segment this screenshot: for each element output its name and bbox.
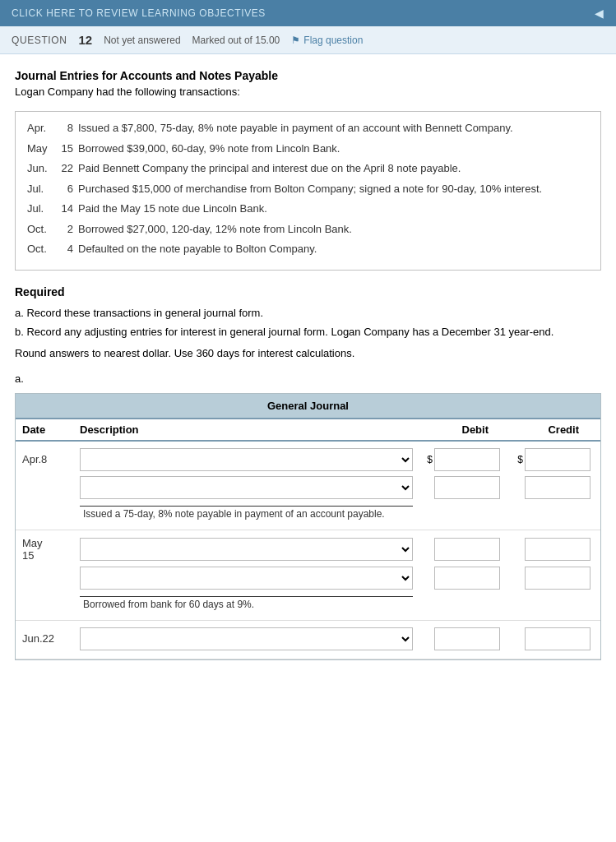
status-badge: Not yet answered bbox=[104, 35, 180, 46]
question-number: 12 bbox=[78, 33, 92, 47]
journal-entry-jun22: Jun.22 bbox=[16, 621, 600, 659]
journal-entry-may15: May 15 bbox=[16, 530, 600, 621]
table-row: Jun.22 bbox=[22, 627, 594, 650]
question-subtitle: Logan Company had the following transact… bbox=[15, 86, 601, 98]
credit-empty-jun22-row1 bbox=[525, 627, 591, 650]
entry-date-jun22: Jun.22 bbox=[22, 632, 80, 645]
credit-cell-apr8-row1: $ bbox=[503, 448, 594, 471]
trans-text: Paid the May 15 note due Lincoln Bank. bbox=[78, 201, 589, 217]
journal-table-title: General Journal bbox=[16, 394, 600, 419]
required-line-b: b. Record any adjusting entries for inte… bbox=[15, 324, 601, 340]
trans-month: Oct. bbox=[27, 221, 60, 238]
table-row bbox=[22, 476, 594, 499]
banner-arrow: ◀ bbox=[595, 7, 604, 20]
credit-cell-jun22-row1 bbox=[503, 627, 594, 650]
trans-month: Oct. bbox=[27, 241, 60, 257]
credit-dollar-apr8: $ bbox=[517, 454, 523, 465]
debit-empty-apr8-row2 bbox=[434, 476, 500, 499]
list-item: Oct. 4 Defaulted on the note payable to … bbox=[27, 241, 589, 257]
description-select-wrapper bbox=[80, 448, 413, 471]
credit-empty-apr8-row2 bbox=[525, 476, 591, 499]
question-bar: QUESTION 12 Not yet answered Marked out … bbox=[0, 26, 616, 54]
trans-text: Issued a $7,800, 75-day, 8% note payable… bbox=[78, 120, 589, 136]
journal-entry-apr8: Apr.8 $ $ bbox=[16, 442, 600, 530]
flag-question-label: Flag question bbox=[303, 35, 363, 46]
col-credit-header: Credit bbox=[503, 423, 594, 436]
description-select-apr8-row2[interactable] bbox=[80, 476, 413, 499]
col-debit-header: Debit bbox=[413, 423, 503, 436]
entry-date-may15: May 15 bbox=[22, 537, 80, 562]
part-a-label: a. bbox=[15, 372, 601, 385]
description-select-wrapper-may15-r2 bbox=[80, 567, 413, 590]
col-date-header: Date bbox=[22, 423, 80, 436]
description-select-jun22-row1[interactable] bbox=[80, 627, 413, 650]
debit-input-apr8-row1[interactable] bbox=[434, 448, 500, 471]
entry-note-apr8: Issued a 75-day, 8% note payable in paym… bbox=[80, 506, 413, 523]
trans-text: Borrowed $39,000, 60-day, 9% note from L… bbox=[78, 141, 589, 157]
table-row: May 15 bbox=[22, 537, 594, 562]
credit-cell-may15-row1 bbox=[503, 538, 594, 561]
question-label: QUESTION bbox=[12, 35, 67, 46]
top-banner[interactable]: CLICK HERE TO REVIEW LEARNING OBJECTIVES… bbox=[0, 0, 616, 26]
required-section: Required a. Record these transactions in… bbox=[15, 285, 601, 359]
required-title: Required bbox=[15, 285, 601, 298]
trans-month: Apr. bbox=[27, 120, 60, 136]
round-note: Round answers to nearest dollar. Use 360… bbox=[15, 347, 601, 359]
description-select-wrapper2 bbox=[80, 476, 413, 499]
description-select-may15-row1[interactable] bbox=[80, 538, 413, 561]
table-row bbox=[22, 567, 594, 590]
debit-cell-may15-row2 bbox=[413, 567, 503, 590]
flag-icon: ⚑ bbox=[291, 35, 300, 46]
description-select-may15-row2[interactable] bbox=[80, 567, 413, 590]
debit-empty-jun22-row1 bbox=[434, 627, 500, 650]
debit-empty-may15-row2 bbox=[434, 567, 500, 590]
trans-day: 14 bbox=[60, 201, 78, 217]
list-item: Oct. 2 Borrowed $27,000, 120-day, 12% no… bbox=[27, 221, 589, 238]
review-objectives-link[interactable]: CLICK HERE TO REVIEW LEARNING OBJECTIVES bbox=[12, 7, 266, 19]
journal-col-headers: Date Description Debit Credit bbox=[16, 419, 600, 442]
trans-day: 2 bbox=[60, 221, 78, 238]
trans-day: 15 bbox=[60, 141, 78, 157]
trans-month: Jul. bbox=[27, 201, 60, 217]
credit-input-apr8-row1[interactable] bbox=[525, 448, 591, 471]
entry-note-row-apr8: Issued a 75-day, 8% note payable in paym… bbox=[22, 504, 594, 523]
description-select-apr8-row1[interactable] bbox=[80, 448, 413, 471]
transaction-box: Apr. 8 Issued a $7,800, 75-day, 8% note … bbox=[15, 111, 601, 271]
credit-empty-may15-row1 bbox=[525, 538, 591, 561]
debit-cell-jun22-row1 bbox=[413, 627, 503, 650]
required-line-a: a. Record these transactions in general … bbox=[15, 305, 601, 322]
trans-day: 4 bbox=[60, 241, 78, 257]
entry-note-row-may15: Borrowed from bank for 60 days at 9%. bbox=[22, 594, 594, 613]
list-item: Jul. 14 Paid the May 15 note due Lincoln… bbox=[27, 201, 589, 217]
table-row: Apr.8 $ $ bbox=[22, 448, 594, 471]
main-content: Journal Entries for Accounts and Notes P… bbox=[0, 54, 616, 683]
trans-text: Purchased $15,000 of merchandise from Bo… bbox=[78, 181, 589, 197]
list-item: Apr. 8 Issued a $7,800, 75-day, 8% note … bbox=[27, 120, 589, 136]
trans-month: Jul. bbox=[27, 181, 60, 197]
flag-question-button[interactable]: ⚑ Flag question bbox=[291, 35, 363, 46]
col-description-header: Description bbox=[80, 423, 413, 436]
trans-day: 6 bbox=[60, 181, 78, 197]
trans-text: Paid Bennett Company the principal and i… bbox=[78, 160, 589, 177]
entry-note-may15: Borrowed from bank for 60 days at 9%. bbox=[80, 596, 413, 613]
debit-dollar-apr8: $ bbox=[427, 454, 433, 465]
trans-month: May bbox=[27, 141, 60, 157]
description-select-wrapper-jun22-r1 bbox=[80, 627, 413, 650]
trans-day: 8 bbox=[60, 120, 78, 136]
credit-empty-may15-row2 bbox=[525, 567, 591, 590]
list-item: Jul. 6 Purchased $15,000 of merchandise … bbox=[27, 181, 589, 197]
description-select-wrapper-may15-r1 bbox=[80, 538, 413, 561]
trans-month: Jun. bbox=[27, 160, 60, 177]
question-title: Journal Entries for Accounts and Notes P… bbox=[15, 69, 601, 82]
list-item: Jun. 22 Paid Bennett Company the princip… bbox=[27, 160, 589, 177]
credit-cell-apr8-row2 bbox=[503, 476, 594, 499]
debit-cell-may15-row1 bbox=[413, 538, 503, 561]
list-item: May 15 Borrowed $39,000, 60-day, 9% note… bbox=[27, 141, 589, 157]
entry-date-apr8: Apr.8 bbox=[22, 453, 80, 465]
credit-cell-may15-row2 bbox=[503, 567, 594, 590]
marked-out-text: Marked out of 15.00 bbox=[192, 35, 280, 46]
trans-text: Defaulted on the note payable to Bolton … bbox=[78, 241, 589, 257]
debit-cell-apr8-row2 bbox=[413, 476, 503, 499]
general-journal-table: General Journal Date Description Debit C… bbox=[15, 393, 601, 660]
trans-day: 22 bbox=[60, 160, 78, 177]
